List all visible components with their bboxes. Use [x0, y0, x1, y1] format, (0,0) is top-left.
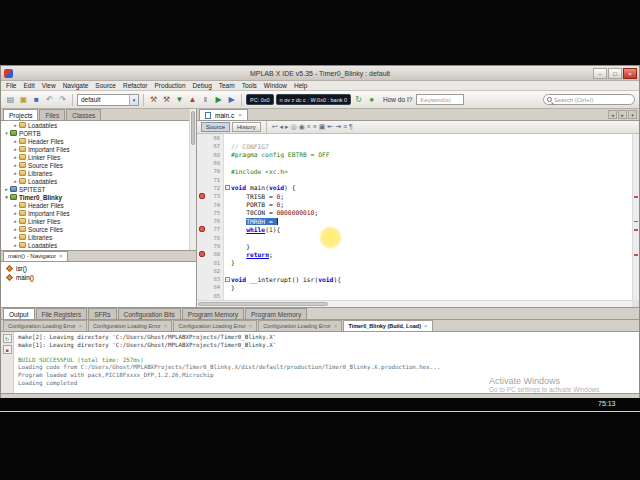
make-and-program-device-icon[interactable]: ▼: [174, 94, 185, 105]
code-line[interactable]: 79 }: [197, 242, 632, 250]
refresh-debug-tool-icon[interactable]: ↻: [353, 94, 364, 105]
close-icon[interactable]: ×: [238, 112, 242, 118]
menu-help[interactable]: Help: [294, 82, 307, 89]
close-icon[interactable]: ×: [424, 321, 428, 331]
expander-icon[interactable]: ▸: [12, 234, 19, 240]
expander-icon[interactable]: ▾: [3, 130, 10, 136]
previous-occurrence-icon[interactable]: «: [307, 121, 311, 133]
menu-production[interactable]: Production: [155, 82, 186, 89]
code-line[interactable]: 84}: [197, 283, 632, 291]
code-line[interactable]: 66: [197, 134, 632, 142]
highlight-occurrences-icon[interactable]: ◉: [299, 121, 305, 133]
view-button-history[interactable]: History: [232, 122, 261, 132]
expander-icon[interactable]: ▸: [12, 162, 19, 168]
rerun-build-icon[interactable]: ↻: [3, 334, 12, 343]
close-icon[interactable]: ×: [249, 321, 253, 331]
editor-tab-main-c[interactable]: main.c ×: [199, 109, 248, 120]
code-line[interactable]: 74 PORTB = 0;: [197, 200, 632, 208]
shift-left-icon[interactable]: ⇤: [327, 121, 333, 133]
navigator-tab[interactable]: main() - Navigator ×: [3, 251, 68, 261]
stripe-breakpoint-mark[interactable]: [634, 254, 638, 256]
code-line[interactable]: 80 return;: [197, 250, 632, 258]
code-line[interactable]: 72−void main(void) {: [197, 184, 632, 192]
hold-in-reset-icon[interactable]: ‖: [200, 94, 211, 105]
menu-window[interactable]: Window: [264, 82, 287, 89]
output-tab-timer0-blinky-build-load[interactable]: Timer0_Blinky (Build, Load)×: [343, 320, 432, 331]
panel-tab-files[interactable]: Files: [39, 109, 65, 120]
stripe-breakpoint-mark[interactable]: [634, 229, 638, 231]
code-line[interactable]: 73 TRISB = 0;: [197, 192, 632, 200]
last-edit-position-icon[interactable]: ↩: [272, 121, 278, 133]
keyword-search-input[interactable]: [420, 97, 460, 103]
tree-item-loadables[interactable]: ▸Loadables: [1, 241, 196, 249]
open-project-icon[interactable]: ▣: [18, 94, 29, 105]
bottom-tab-program-memory[interactable]: Program Memory: [182, 308, 244, 319]
expander-icon[interactable]: ▸: [12, 218, 19, 224]
bottom-tab-output[interactable]: Output: [3, 308, 35, 319]
minimize-button[interactable]: –: [593, 68, 607, 79]
code-line[interactable]: 71: [197, 175, 632, 183]
save-all-icon[interactable]: ■: [31, 94, 42, 105]
code-editor[interactable]: 6667// CONFIG768#pragma config EBTRB = O…: [197, 134, 632, 300]
bottom-tab-file-registers[interactable]: File Registers: [36, 308, 88, 319]
expander-icon[interactable]: ▸: [12, 202, 19, 208]
menu-refactor[interactable]: Refactor: [123, 82, 148, 89]
code-line[interactable]: 82: [197, 267, 632, 275]
tree-item-timer0-blinky[interactable]: ▾Timer0_Blinky: [1, 193, 196, 201]
new-file-icon[interactable]: ▤: [5, 94, 16, 105]
code-line[interactable]: 81}: [197, 258, 632, 266]
close-icon[interactable]: ×: [79, 321, 83, 331]
maximize-button[interactable]: □: [608, 68, 622, 79]
expander-icon[interactable]: ▸: [12, 122, 19, 128]
forward-icon[interactable]: ▸: [285, 121, 289, 133]
expander-icon[interactable]: ▸: [12, 154, 19, 160]
output-tab-configuration-loading-error[interactable]: Configuration Loading Error×: [3, 320, 87, 331]
tree-item-libraries[interactable]: ▸Libraries: [1, 233, 196, 241]
build-project-icon[interactable]: ⚒: [148, 94, 159, 105]
horizontal-scrollbar-thumb[interactable]: [198, 302, 328, 306]
menu-debug[interactable]: Debug: [193, 82, 212, 89]
breakpoint-icon[interactable]: [199, 226, 205, 232]
stripe-caret-mark[interactable]: [634, 221, 638, 222]
code-line[interactable]: 83−void __interrupt() isr(void){: [197, 275, 632, 283]
clean-build-project-icon[interactable]: ⚒: [161, 94, 172, 105]
close-icon[interactable]: ×: [59, 252, 63, 261]
redo-icon[interactable]: ↷: [57, 94, 68, 105]
menu-source[interactable]: Source: [95, 82, 116, 89]
expander-icon[interactable]: ▸: [12, 138, 19, 144]
code-line[interactable]: 85: [197, 292, 632, 300]
breakpoint-icon[interactable]: [199, 193, 205, 199]
menu-tools[interactable]: Tools: [242, 82, 257, 89]
menu-view[interactable]: View: [42, 82, 56, 89]
find-selection-icon[interactable]: ◎: [291, 121, 297, 133]
chevron-down-icon[interactable]: ▾: [129, 95, 138, 105]
toggle-bookmark-icon[interactable]: ▣: [319, 121, 326, 133]
quick-search-input[interactable]: [554, 97, 631, 103]
expander-icon[interactable]: ▾: [3, 194, 10, 200]
tree-item-spitest[interactable]: ▸SPITEST: [1, 185, 196, 193]
code-line[interactable]: 69: [197, 159, 632, 167]
menu-navigate[interactable]: Navigate: [63, 82, 89, 89]
tree-item-source-files[interactable]: ▸Source Files: [1, 161, 196, 169]
code-line[interactable]: 67// CONFIG7: [197, 142, 632, 150]
tree-item-linker-files[interactable]: ▸Linker Files: [1, 217, 196, 225]
tree-item-important-files[interactable]: ▸Important Files: [1, 145, 196, 153]
error-stripe[interactable]: [632, 134, 639, 300]
connection-status-icon[interactable]: ●: [366, 94, 377, 105]
code-line[interactable]: 77 while(1){: [197, 225, 632, 233]
tree-item-libraries[interactable]: ▸Libraries: [1, 169, 196, 177]
expander-icon[interactable]: ▸: [12, 178, 19, 184]
fold-toggle-icon[interactable]: −: [225, 185, 230, 190]
output-tab-configuration-loading-error[interactable]: Configuration Loading Error×: [173, 320, 257, 331]
bottom-tab-program-memory[interactable]: Program Memory: [245, 308, 307, 319]
code-line[interactable]: 78: [197, 234, 632, 242]
close-icon[interactable]: ×: [334, 321, 338, 331]
tab-list-icon[interactable]: ▾: [628, 110, 637, 119]
code-line[interactable]: 70#include <xc.h>: [197, 167, 632, 175]
expander-icon[interactable]: ▸: [12, 146, 19, 152]
bottom-tab-configuration-bits[interactable]: Configuration Bits: [118, 308, 181, 319]
breakpoint-icon[interactable]: [199, 251, 205, 257]
code-line[interactable]: 75 T0CON = 0B00000010;: [197, 209, 632, 217]
menu-team[interactable]: Team: [219, 82, 235, 89]
expander-icon[interactable]: ▸: [12, 226, 19, 232]
